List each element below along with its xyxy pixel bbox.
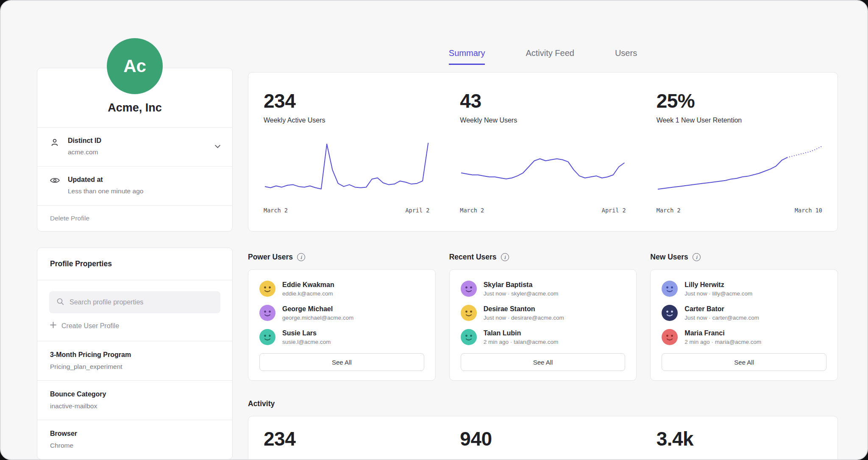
user-subtext: george.michael@acme.com bbox=[282, 315, 353, 321]
user-row[interactable]: Lilly Herwitz Just now · lilly@acme.com bbox=[662, 281, 826, 297]
search-icon bbox=[56, 297, 64, 307]
profile-sidebar: Ac Acme, Inc Distinct ID acme.com bbox=[37, 1, 233, 460]
weekly-new-users-chart bbox=[460, 140, 626, 193]
avatar bbox=[662, 281, 678, 297]
section-title: Recent Users bbox=[449, 253, 497, 262]
user-name: Carter Bator bbox=[684, 305, 759, 313]
avatar bbox=[662, 305, 678, 321]
user-name: Eddie Kwakman bbox=[282, 281, 334, 289]
see-all-button[interactable]: See All bbox=[259, 353, 424, 371]
property-value: Chrome bbox=[50, 442, 220, 449]
chevron-down-icon[interactable] bbox=[214, 143, 221, 152]
section-title: Power Users bbox=[248, 253, 293, 262]
property-row[interactable]: 3-Month Pricing Program Pricing_plan_exp… bbox=[37, 341, 232, 380]
avatar bbox=[461, 305, 477, 321]
user-row[interactable]: Carter Bator Just now · carter@acme.com bbox=[662, 305, 826, 321]
x-label-left: March 2 bbox=[460, 207, 484, 214]
avatar bbox=[259, 281, 275, 297]
user-row[interactable]: George Michael george.michael@acme.com bbox=[259, 305, 424, 321]
week1-retention-chart bbox=[657, 140, 822, 193]
user-subtext: Just now · skyler@acme.com bbox=[484, 290, 559, 297]
section-new-users: New Users i Lilly Herwitz Just now · lil… bbox=[650, 253, 838, 381]
distinct-id-label: Distinct ID bbox=[68, 137, 101, 145]
updated-at-row: Updated at Less than one minute ago bbox=[37, 166, 232, 205]
plus-icon bbox=[50, 322, 56, 330]
user-sections: Power Users i Eddie Kwakman eddie.k@acme… bbox=[248, 253, 838, 381]
main-content: Summary Activity Feed Users 234 Weekly A… bbox=[248, 1, 838, 460]
new-users-card: Lilly Herwitz Just now · lilly@acme.com … bbox=[650, 269, 838, 381]
weekly-active-users-chart bbox=[264, 140, 429, 193]
user-subtext: 2 min ago · maria@acme.com bbox=[684, 339, 761, 345]
stat-week1-retention: 25% Week 1 New User Retention March 2 Ma… bbox=[641, 72, 837, 231]
x-axis-labels: March 2 March 10 bbox=[657, 207, 822, 214]
summary-stats-card: 234 Weekly Active Users March 2 April 2 … bbox=[248, 72, 838, 231]
property-label: 3-Month Pricing Program bbox=[50, 351, 220, 359]
delete-profile-button[interactable]: Delete Profile bbox=[37, 205, 232, 231]
activity-stat: 3.4k bbox=[657, 427, 822, 450]
x-axis-labels: March 2 April 2 bbox=[264, 207, 429, 214]
distinct-id-row[interactable]: Distinct ID acme.com bbox=[37, 127, 232, 166]
activity-title: Activity bbox=[248, 399, 275, 408]
profile-properties-title: Profile Properties bbox=[37, 248, 232, 280]
user-name: Talan Lubin bbox=[484, 329, 559, 337]
x-label-left: March 2 bbox=[264, 207, 288, 214]
avatar bbox=[259, 305, 275, 321]
tab-summary[interactable]: Summary bbox=[449, 48, 485, 65]
recent-users-card: Skylar Baptista Just now · skyler@acme.c… bbox=[449, 269, 637, 381]
x-label-left: March 2 bbox=[657, 207, 681, 214]
x-label-right: April 2 bbox=[602, 207, 626, 214]
stat-value: 43 bbox=[460, 89, 626, 112]
activity-stat: 234 bbox=[264, 427, 429, 450]
user-row[interactable]: Desirae Stanton Just now · desirare@acme… bbox=[461, 305, 626, 321]
create-user-profile-label: Create User Profile bbox=[61, 322, 119, 330]
tab-users[interactable]: Users bbox=[615, 48, 637, 65]
user-row[interactable]: Eddie Kwakman eddie.k@acme.com bbox=[259, 281, 424, 297]
user-subtext: susie.l@acme.com bbox=[282, 339, 331, 345]
user-name: Maria Franci bbox=[684, 329, 761, 337]
see-all-button[interactable]: See All bbox=[461, 353, 626, 371]
profile-properties-search[interactable] bbox=[49, 291, 220, 313]
section-title: New Users bbox=[650, 253, 688, 262]
activity-card: 234 940 3.4k bbox=[248, 416, 838, 460]
x-axis-labels: March 2 April 2 bbox=[460, 207, 626, 214]
updated-at-label: Updated at bbox=[68, 176, 143, 184]
see-all-button[interactable]: See All bbox=[662, 353, 826, 371]
info-icon[interactable]: i bbox=[501, 253, 509, 261]
user-row[interactable]: Maria Franci 2 min ago · maria@acme.com bbox=[662, 329, 826, 345]
property-value: Pricing_plan_experiment bbox=[50, 363, 220, 371]
property-label: Browser bbox=[50, 430, 220, 438]
avatar bbox=[461, 281, 477, 297]
info-icon[interactable]: i bbox=[693, 253, 701, 261]
info-icon[interactable]: i bbox=[297, 253, 305, 261]
updated-at-value: Less than one minute ago bbox=[68, 187, 143, 195]
avatar bbox=[461, 329, 477, 345]
create-user-profile-button[interactable]: Create User Profile bbox=[50, 322, 220, 330]
user-row[interactable]: Talan Lubin 2 min ago · talan@acme.com bbox=[461, 329, 626, 345]
profile-page: Ac Acme, Inc Distinct ID acme.com bbox=[0, 0, 868, 460]
property-label: Bounce Category bbox=[50, 390, 220, 398]
search-input[interactable] bbox=[70, 298, 214, 306]
stat-value: 25% bbox=[657, 89, 822, 112]
stat-value: 234 bbox=[264, 89, 429, 112]
stat-weekly-new-users: 43 Weekly New Users March 2 April 2 bbox=[445, 72, 641, 231]
avatar bbox=[662, 329, 678, 345]
stat-label: Week 1 New User Retention bbox=[657, 117, 822, 124]
user-name: Lilly Herwitz bbox=[684, 281, 752, 289]
property-row[interactable]: Bounce Category inactive-mailbox bbox=[37, 380, 232, 420]
property-row[interactable]: Browser Chrome bbox=[37, 420, 232, 459]
user-subtext: Just now · desirare@acme.com bbox=[484, 315, 564, 321]
stat-label: Weekly New Users bbox=[460, 117, 626, 124]
x-label-right: April 2 bbox=[405, 207, 429, 214]
section-power-users: Power Users i Eddie Kwakman eddie.k@acme… bbox=[248, 253, 436, 381]
tab-activity-feed[interactable]: Activity Feed bbox=[526, 48, 574, 65]
tab-bar: Summary Activity Feed Users bbox=[248, 1, 838, 65]
power-users-card: Eddie Kwakman eddie.k@acme.com George Mi… bbox=[248, 269, 436, 381]
stat-weekly-active-users: 234 Weekly Active Users March 2 April 2 bbox=[248, 72, 445, 231]
activity-stat: 940 bbox=[460, 427, 626, 450]
user-row[interactable]: Skylar Baptista Just now · skyler@acme.c… bbox=[461, 281, 626, 297]
user-row[interactable]: Susie Lars susie.l@acme.com bbox=[259, 329, 424, 345]
user-subtext: Just now · carter@acme.com bbox=[684, 315, 759, 321]
user-subtext: eddie.k@acme.com bbox=[282, 290, 334, 297]
eye-icon bbox=[50, 176, 60, 196]
property-value: inactive-mailbox bbox=[50, 402, 220, 410]
